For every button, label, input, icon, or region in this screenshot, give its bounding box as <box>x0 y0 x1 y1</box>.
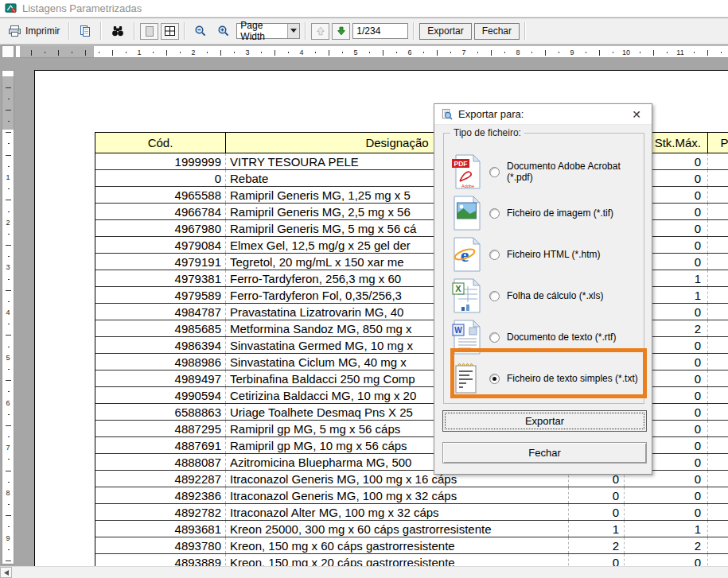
dialog-title-bar[interactable]: Exportar para: ✕ <box>434 104 652 125</box>
dialog-export-button[interactable]: Exportar <box>442 410 647 432</box>
cell-cod: 4893889 <box>95 554 226 566</box>
ruler-tick <box>6 380 11 381</box>
file-type-option-rtf[interactable]: W Documento de texto (*.rtf) <box>444 316 644 358</box>
svg-text:e: e <box>461 245 469 266</box>
file-type-option-pdf[interactable]: PDF Adobe Documento Adobe Acrobat (*.pdf… <box>444 151 644 192</box>
ruler-corner-box <box>2 45 14 58</box>
ruler-tick <box>8 391 10 392</box>
export-dialog-icon <box>441 108 453 120</box>
cell-p <box>708 421 728 436</box>
zoom-out-button[interactable] <box>190 21 211 41</box>
toolbar-separator <box>68 22 70 40</box>
copy-button[interactable] <box>75 21 95 41</box>
horizontal-scrollbar[interactable] <box>0 566 728 578</box>
ruler-tick <box>8 279 10 280</box>
ruler-tick <box>342 52 343 53</box>
cell-cod: 4985685 <box>95 320 226 336</box>
toolbar-separator <box>305 22 306 40</box>
cell-cod: 0 <box>95 170 226 186</box>
print-button[interactable]: Imprimir <box>4 21 64 41</box>
file-type-groupbox: Tipo de ficheiro: PDF Adobe Documento Ad… <box>443 133 644 404</box>
ruler-tick <box>234 52 235 53</box>
cell-designacao: Kreon 25000, 300 mg x 60 cáps gastrorres… <box>226 521 569 537</box>
ruler-tick <box>437 50 438 56</box>
zoom-in-button[interactable] <box>213 21 234 41</box>
ruler-tick <box>99 52 99 53</box>
ruler-tick <box>6 471 11 471</box>
previous-page-button[interactable] <box>311 23 329 40</box>
file-type-option-htm[interactable]: e Ficheiro HTML (*.htm) <box>444 234 644 275</box>
toolbar: Imprimir <box>0 18 728 45</box>
cell-cod: 4967980 <box>95 220 226 236</box>
find-button[interactable] <box>107 21 129 41</box>
combo-dropdown-button[interactable] <box>287 24 299 38</box>
radio-button-xls[interactable] <box>489 291 500 301</box>
radio-button-htm[interactable] <box>489 250 500 260</box>
ruler-tick <box>8 436 10 437</box>
dialog-close-icon[interactable]: ✕ <box>628 108 645 121</box>
ruler-tick <box>8 121 10 122</box>
close-button[interactable]: Fechar <box>474 23 520 40</box>
ruler-tick <box>559 52 559 53</box>
cell-p <box>708 387 728 403</box>
cell-cod: 4990594 <box>95 387 226 403</box>
ruler-tick <box>8 526 10 527</box>
export-button-label: Exportar <box>427 25 463 37</box>
file-type-option-txt[interactable]: Ficheiro de texto simples (*.txt) <box>444 358 644 399</box>
ruler-tick <box>8 256 10 257</box>
copy-icon <box>79 25 91 37</box>
scrollbar-left-arrow[interactable] <box>0 567 12 578</box>
cell-col3: 1 <box>569 521 625 537</box>
column-header-p: P <box>708 133 728 153</box>
cell-cod: 4887295 <box>95 421 226 436</box>
ruler-number: 2 <box>2 219 14 227</box>
ruler-tick <box>261 52 262 53</box>
ruler-tick <box>8 166 10 167</box>
cell-p <box>708 370 728 386</box>
cell-col3: 0 <box>569 487 625 503</box>
export-button[interactable]: Exportar <box>419 23 471 40</box>
ruler-number: 1 <box>137 48 141 56</box>
dialog-close-button[interactable]: Fechar <box>442 442 647 464</box>
application-window: Listagens Parametrizadas Imprimir <box>0 0 728 578</box>
ruler-tick <box>8 188 10 189</box>
cell-cod: 4979381 <box>95 270 226 286</box>
radio-button-rtf[interactable] <box>489 332 500 343</box>
cell-p <box>708 320 728 336</box>
title-bar: Listagens Parametrizadas <box>0 0 728 17</box>
multi-page-view-button[interactable] <box>161 23 179 40</box>
cell-cod: 4979589 <box>95 287 226 303</box>
app-icon <box>5 2 17 14</box>
ruler-tick <box>166 50 167 56</box>
ruler-tick <box>396 52 397 53</box>
print-button-label: Imprimir <box>25 25 60 37</box>
ruler-tick <box>599 50 600 56</box>
ruler-number: 7 <box>2 444 14 452</box>
page-number-input[interactable]: 1/234 <box>352 23 408 39</box>
ruler-tick <box>477 52 478 53</box>
radio-button-tif[interactable] <box>489 208 500 219</box>
next-page-button[interactable] <box>332 23 350 40</box>
ruler-tick <box>153 52 154 53</box>
ruler-number: 9 <box>570 48 574 56</box>
cell-cod: 4988986 <box>95 354 226 370</box>
ruler-tick <box>6 245 11 246</box>
ruler-tick <box>6 290 11 291</box>
radio-button-txt[interactable] <box>489 374 500 384</box>
radio-button-pdf[interactable] <box>489 167 500 177</box>
ruler-number: 8 <box>2 489 14 497</box>
cell-cod: 4989497 <box>95 370 226 386</box>
ruler-tick <box>288 52 289 53</box>
image-file-icon <box>452 196 482 231</box>
html-file-icon: e <box>452 237 482 272</box>
cell-p <box>708 254 728 270</box>
zoom-level-value: Page Width <box>240 20 287 42</box>
file-type-option-tif[interactable]: Ficheiro de imagem (*.tif) <box>444 192 644 234</box>
single-page-view-button[interactable] <box>140 23 158 40</box>
zoom-level-select[interactable]: Page Width <box>236 23 300 39</box>
cell-p <box>708 337 728 353</box>
cell-cod: 4892386 <box>95 487 226 503</box>
svg-text:Adobe: Adobe <box>461 184 474 188</box>
file-type-option-xls[interactable]: X Folha de cálculo (*.xls) <box>444 275 644 316</box>
horizontal-ruler: 1234567891011 <box>16 45 728 58</box>
